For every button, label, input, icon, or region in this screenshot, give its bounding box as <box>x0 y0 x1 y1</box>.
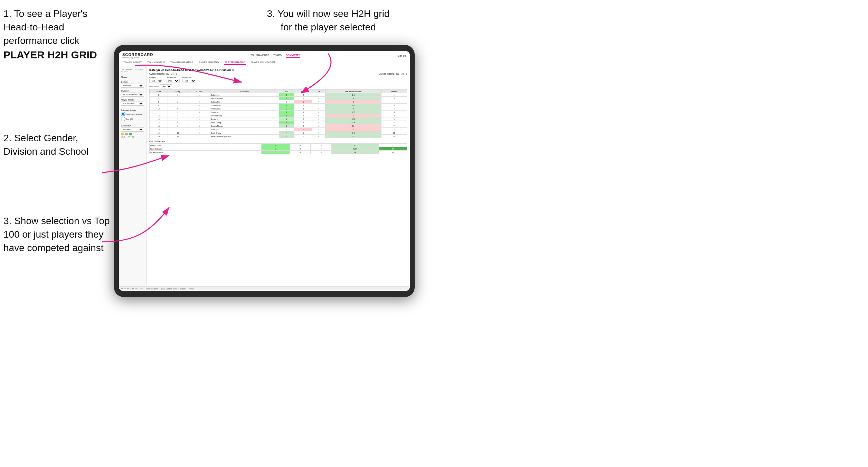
tab-team-h2h-heatmap[interactable]: TEAM H2H HEATMAP <box>169 60 194 65</box>
region-filter[interactable]: (All) <box>149 79 163 83</box>
table-row: 18 2 2 Euna Lee 0 1 0 -5 2 <box>150 128 407 131</box>
toolbar-clock[interactable]: 🕐 <box>140 288 143 290</box>
radio-top-100[interactable]: Top 100 <box>121 117 144 121</box>
table-row: 20 11 7 Federica Domecq Lacroze 2 1 0 1.… <box>150 135 407 138</box>
th-opponent: Opponent <box>210 90 279 93</box>
opponents-select[interactable]: (All) <box>160 84 172 88</box>
table-row: 14 7 4 Eunice Yi 2 2 0 0.38 9 <box>150 117 407 121</box>
table-row: 3 1 1 Esther Lee 1 0 1.5 4 <box>150 93 407 97</box>
sidebar-division-section: Division NCAA Division III <box>121 90 144 97</box>
table-row: 9 1 4 Sharon Mun 1 0 3.67 3 <box>150 104 407 107</box>
conference-filter[interactable]: (All) <box>166 79 180 83</box>
colour-by-select[interactable]: Win/loss <box>121 127 144 132</box>
division-select[interactable]: NCAA Division III <box>121 93 144 97</box>
h2h-title: Katelyn Vo Head-to-Head Grid for Women's… <box>149 68 407 72</box>
toolbar: ↩ ↪ ⬅ | ⚙ ↺ | 🕐 | View: Original | Save … <box>119 286 410 291</box>
sidebar-opponent-section: Opponent view Opponents Played Top 100 <box>121 109 144 121</box>
ood-table-row: NCAA Division 2 5 0 0 7.4 10 <box>150 151 407 154</box>
tab-team-h2h-grid[interactable]: TEAM H2H GRID <box>146 60 166 65</box>
th-reg: # Reg <box>168 90 188 93</box>
filter-row: Region (All) Conference (All) Opponent (… <box>149 76 407 83</box>
th-tie: Tie <box>312 90 326 93</box>
dot-level <box>125 133 128 135</box>
timestamp: Last Updated: 27/03/2024 16:55:39 <box>121 68 144 73</box>
toolbar-back[interactable]: ⬅ <box>127 288 129 290</box>
nav-tournaments[interactable]: TOURNAMENTS <box>251 54 269 58</box>
tablet-screen: SCOREBOARD Powered by clippd TOURNAMENTS… <box>119 51 410 291</box>
nav-bar: SCOREBOARD Powered by clippd TOURNAMENTS… <box>119 51 410 66</box>
ood-table-row: Foreign Team 1 0 0 4.5 2 <box>150 144 407 147</box>
sidebar-player-rank-section: Player (Rank) 8. Katelyn Vo <box>121 99 144 106</box>
table-row: 11 2 5 Heejo Hyun 1 0 0 3.33 3 <box>150 111 407 114</box>
instruction-step3-bottom: 3. Show selection vs Top 100 or just pla… <box>3 214 111 255</box>
th-conf: # Conf <box>188 90 210 93</box>
th-loss: Loss <box>294 90 312 93</box>
sidebar-player-section: Player <box>121 76 144 79</box>
save-custom-view-button[interactable]: Save Custom View <box>161 288 177 290</box>
nav-teams[interactable]: TEAMS <box>273 54 282 58</box>
table-row: 16 1 3 Jessica Mason 1 2 0 -0.94 7 <box>150 124 407 128</box>
nav-links: TOURNAMENTS TEAMS COMMITTEE <box>251 54 300 58</box>
tablet: SCOREBOARD Powered by clippd TOURNAMENTS… <box>114 45 415 297</box>
ood-table-row: NAIA Division 1 15 0 0 9.267 30 <box>150 147 407 151</box>
main-content: Last Updated: 27/03/2024 16:55:39 Player… <box>119 66 410 286</box>
tab-player-h2h-heatmap[interactable]: PLAYER H2H HEATMAP <box>249 60 277 65</box>
player-rank-select[interactable]: 8. Katelyn Vo <box>121 102 144 106</box>
dot-down <box>121 133 124 135</box>
table-row: 10 6 3 Andrea York 2 0 0 4 4 <box>150 107 407 111</box>
th-diff: Diff Av Strokes/Rnd <box>326 90 381 93</box>
toolbar-refresh[interactable]: ↺ <box>135 288 137 290</box>
h2h-records: Overall Record: 353 - 34 - 6 Division Re… <box>149 73 407 75</box>
tab-player-h2h-grid[interactable]: PLAYER H2H GRID <box>224 60 246 65</box>
sidebar: Last Updated: 27/03/2024 16:55:39 Player… <box>119 66 147 286</box>
logo: SCOREBOARD Powered by clippd <box>122 53 153 59</box>
toolbar-settings[interactable]: ⚙ <box>132 288 134 290</box>
th-div: # Div <box>150 90 168 93</box>
toolbar-undo[interactable]: ↩ <box>121 288 123 290</box>
h2h-table: # Div # Reg # Conf Opponent Win Loss Tie… <box>149 89 407 138</box>
watch-button[interactable]: Watch <box>180 288 185 290</box>
table-row: 19 10 6 Emily Chang 4 1 0 0.3 11 <box>150 131 407 135</box>
tab-team-summary[interactable]: TEAM SUMMARY <box>122 60 143 65</box>
th-rounds: Rounds <box>381 90 407 93</box>
instruction-step2: 2. Select Gender, Division and School <box>3 131 107 158</box>
opponent-filter[interactable]: (All) <box>182 79 196 83</box>
out-of-division-label: Out of division <box>149 140 407 143</box>
sign-out-link[interactable]: Sign out <box>397 55 406 57</box>
sidebar-gender-section: Gender Women's <box>121 81 144 88</box>
th-win: Win <box>279 90 294 93</box>
data-area: Katelyn Vo Head-to-Head Grid for Women's… <box>147 66 410 286</box>
instruction-step3-top: 3. You will now see H2H grid for the pla… <box>263 7 394 34</box>
tab-player-summary[interactable]: PLAYER SUMMARY <box>198 60 220 65</box>
toolbar-redo[interactable]: ↪ <box>124 288 126 290</box>
table-row: 15 8 5 Stella Cheng 1 0 0 1.25 4 <box>150 121 407 124</box>
radio-opponents-played[interactable]: Opponents Played <box>121 112 144 116</box>
sidebar-colour-by-section: Colour by Win/loss Down Level Up <box>121 125 144 138</box>
table-row: 5 2 2 Alexis Sudjianto 1 0 0 4 3 <box>150 97 407 100</box>
table-row: 13 1 1 Jessica Huang 1 0 0 -3 2 <box>150 114 407 117</box>
dot-up <box>129 133 132 135</box>
instruction-step1: 1. To see a Player's Head-to-Head perfor… <box>3 7 114 62</box>
ood-table: Foreign Team 1 0 0 4.5 2 NAIA Division 1… <box>149 143 407 154</box>
nav-committee[interactable]: COMMITTEE <box>286 54 300 58</box>
table-row: 6 3 3 Sydney Kuo 0 1 0 -1 <box>150 100 407 104</box>
nav-sub: TEAM SUMMARY TEAM H2H GRID TEAM H2H HEAT… <box>122 59 406 66</box>
view-original-button[interactable]: View: Original <box>146 288 158 290</box>
share-button[interactable]: Share <box>189 288 194 290</box>
gender-select[interactable]: Women's <box>121 84 144 88</box>
opponent-radio-group: Opponents Played Top 100 <box>121 112 144 121</box>
